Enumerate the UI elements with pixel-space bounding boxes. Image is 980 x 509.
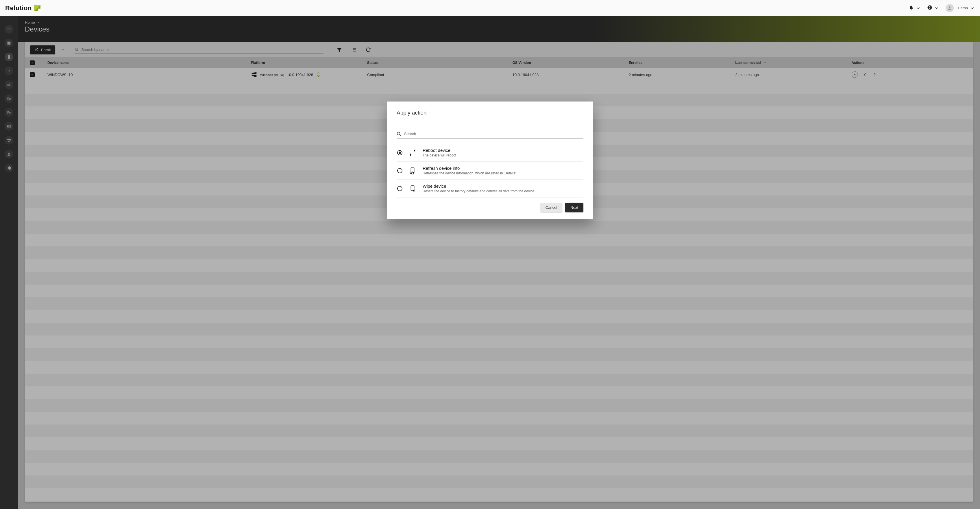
next-button[interactable]: Next (565, 203, 583, 212)
modal-scrim[interactable]: Apply action Reboot device The device wi… (0, 16, 980, 509)
refresh-device-icon (408, 166, 417, 175)
radio-unselected[interactable] (397, 168, 402, 173)
modal-search-input[interactable] (404, 129, 583, 138)
chevron-down-icon (934, 5, 939, 11)
option-wipe[interactable]: Wipe device Resets the device to factory… (397, 180, 583, 198)
topbar: Relution ? Demo (0, 0, 980, 16)
option-title: Reboot device (423, 148, 456, 153)
modal-title: Apply action (397, 110, 583, 116)
option-desc: Resets the device to factory defaults an… (423, 189, 535, 193)
brand[interactable]: Relution (5, 4, 40, 12)
svg-rect-5 (411, 186, 414, 191)
option-desc: Refreshes the device information, which … (423, 171, 517, 175)
radio-unselected[interactable] (397, 186, 402, 191)
radio-selected[interactable] (397, 150, 402, 155)
user-menu[interactable]: Demo (946, 4, 975, 12)
help-icon: ? (927, 5, 932, 11)
modal-footer: Cancel Next (397, 203, 583, 212)
notifications-menu[interactable] (908, 5, 921, 11)
cancel-button[interactable]: Cancel (540, 203, 562, 212)
option-title: Refresh device info (423, 166, 517, 171)
svg-text:?: ? (929, 6, 931, 9)
modal-search[interactable] (397, 129, 583, 139)
search-icon (397, 132, 401, 136)
user-label: Demo (958, 6, 968, 10)
chevron-down-icon (970, 5, 975, 11)
bell-icon (908, 5, 914, 11)
avatar-icon (946, 4, 954, 12)
option-reboot[interactable]: Reboot device The device will reboot (397, 144, 583, 162)
wipe-device-icon (408, 184, 417, 193)
chevron-down-icon (916, 5, 921, 11)
help-menu[interactable]: ? (927, 5, 939, 11)
option-desc: The device will reboot (423, 153, 456, 157)
brand-text: Relution (5, 4, 32, 12)
reboot-icon (408, 148, 417, 157)
apply-action-modal: Apply action Reboot device The device wi… (387, 102, 593, 219)
brand-logo-icon (34, 5, 40, 11)
option-refresh[interactable]: Refresh device info Refreshes the device… (397, 162, 583, 180)
option-title: Wipe device (423, 183, 535, 188)
